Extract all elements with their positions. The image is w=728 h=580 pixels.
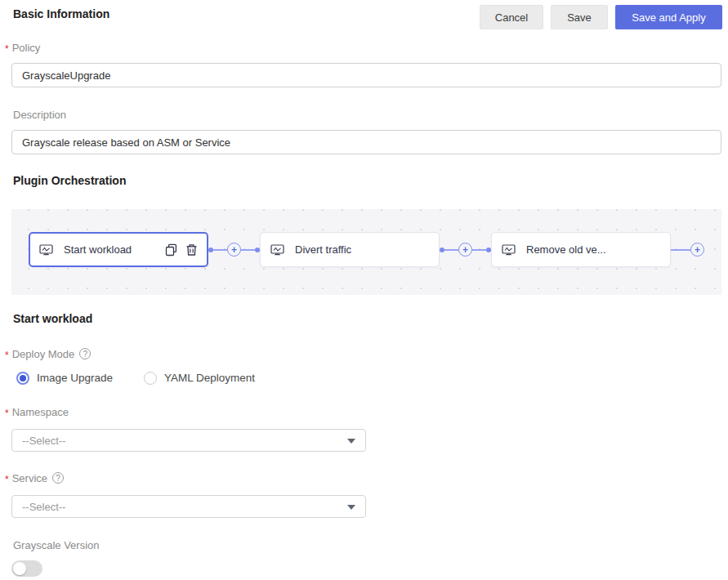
help-icon[interactable]: ? — [79, 348, 91, 359]
node-remove-old-version[interactable]: Remove old ve... — [491, 232, 671, 267]
description-input[interactable] — [11, 130, 721, 154]
namespace-label: * Namespace — [5, 405, 728, 418]
workload-monitor-icon — [270, 243, 284, 257]
toggle-knob — [13, 562, 26, 575]
grayscale-version-label: Grayscale Version — [13, 538, 728, 551]
connector-line — [671, 249, 690, 251]
grayscale-version-toggle[interactable] — [11, 560, 42, 577]
radio-yaml-deployment[interactable]: YAML Deployment — [144, 372, 255, 385]
dropdown-arrow-icon — [347, 439, 355, 444]
save-and-apply-button[interactable]: Save and Apply — [615, 5, 722, 29]
node-label: Divert traffic — [295, 243, 351, 256]
policy-editor-page: Basic Information Cancel Save Save and A… — [0, 0, 728, 580]
header-bar: Basic Information Cancel Save Save and A… — [0, 0, 728, 29]
required-asterisk: * — [5, 409, 9, 417]
node-row: Start workload — [11, 232, 721, 267]
add-node-icon[interactable]: + — [227, 243, 241, 257]
cancel-button[interactable]: Cancel — [480, 5, 543, 29]
connector-line — [213, 249, 227, 251]
policy-label: * Policy — [5, 41, 728, 54]
orchestration-canvas[interactable]: Start workload — [11, 209, 721, 295]
required-asterisk: * — [5, 351, 9, 359]
connector-line — [472, 249, 486, 251]
policy-input[interactable] — [11, 63, 721, 87]
deploy-mode-label: * Deploy Mode ? — [5, 347, 728, 360]
page-title: Basic Information — [13, 5, 109, 20]
node-actions — [165, 243, 198, 257]
workload-monitor-icon — [502, 243, 516, 257]
radio-icon — [144, 372, 157, 385]
connector-line — [444, 249, 458, 251]
help-icon[interactable]: ? — [52, 472, 64, 484]
add-node-icon[interactable]: + — [690, 243, 704, 257]
dropdown-arrow-icon — [347, 505, 355, 510]
copy-icon[interactable] — [165, 243, 177, 257]
start-workload-section-title: Start workload — [13, 312, 728, 325]
add-node-icon[interactable]: + — [458, 243, 472, 257]
service-select[interactable]: --Select-- — [11, 495, 366, 518]
service-label: * Service ? — [5, 471, 728, 484]
required-asterisk: * — [5, 475, 9, 484]
connector: + — [208, 243, 260, 257]
delete-icon[interactable] — [185, 243, 198, 257]
connector-end: + — [671, 243, 708, 257]
radio-icon — [16, 372, 29, 385]
description-label: Description — [13, 108, 728, 121]
header-actions: Cancel Save Save and Apply — [480, 5, 722, 29]
plugin-orchestration-title: Plugin Orchestration — [13, 174, 728, 187]
save-button[interactable]: Save — [551, 5, 608, 29]
workload-monitor-icon — [39, 243, 53, 257]
node-label: Remove old ve... — [526, 243, 606, 256]
required-asterisk: * — [5, 45, 9, 53]
radio-image-upgrade[interactable]: Image Upgrade — [16, 372, 113, 385]
namespace-select[interactable]: --Select-- — [11, 429, 366, 452]
node-divert-traffic[interactable]: Divert traffic — [260, 232, 440, 267]
node-start-workload[interactable]: Start workload — [29, 232, 208, 267]
connector-line — [241, 249, 255, 251]
node-label: Start workload — [64, 243, 132, 256]
connector: + — [440, 243, 491, 257]
deploy-mode-options: Image Upgrade YAML Deployment — [16, 371, 728, 385]
